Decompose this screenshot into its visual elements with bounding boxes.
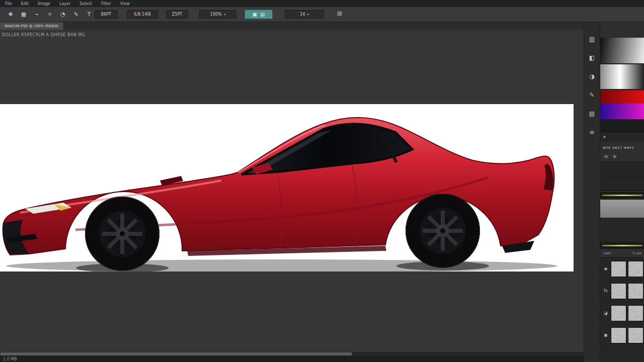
panel-tabs-label[interactable]: WPE ABST NMPS — [600, 144, 644, 150]
layer-mask-thumbnail[interactable] — [628, 327, 643, 343]
chevron-down-icon: ▾ — [224, 13, 226, 17]
layer-row[interactable]: ◪ — [600, 302, 644, 324]
panel-label-right: T1.6M — [632, 251, 641, 255]
status-bar: 1.0 MB — [0, 356, 584, 362]
type-tool[interactable]: T — [85, 10, 94, 19]
mode-toggle-icon-b: ▤ — [260, 12, 265, 17]
layer-row[interactable]: ◉ — [600, 258, 644, 280]
layers-panel: ◉ fx ◪ ▣ — [600, 257, 644, 362]
options-bar: ✥ ▦ ⌁ ⌗ ◔ ✎ T ≋ B6PT ILN 14I8 Z5PT 100% … — [0, 7, 644, 22]
layer-thumbnail[interactable] — [611, 327, 626, 343]
layer-row[interactable]: ▣ — [600, 324, 644, 346]
gradient-bar-row-1[interactable] — [600, 192, 644, 199]
crop-tool[interactable]: ⌗ — [45, 10, 54, 19]
document-breadcrumb: DOLLER RSPECPLM A QHRSE BAN MG — [2, 33, 86, 37]
car-image — [0, 104, 574, 272]
document-tab-label: RAWCAR.PSD @ 100% (RGB/8) — [5, 24, 59, 28]
document-size-status: 1.0 MB — [3, 357, 17, 361]
zoom-dropdown[interactable]: 100% ▾ — [199, 10, 236, 19]
menu-edit[interactable]: Edit — [21, 2, 29, 6]
lasso-tool[interactable]: ⌁ — [32, 10, 41, 19]
swatch-options-row[interactable]: ▪ — [600, 132, 644, 141]
clone-source-icon[interactable]: ▤ — [587, 109, 597, 119]
blend-mode-value: 14 — [300, 12, 305, 17]
rear-wheel — [406, 194, 480, 268]
menu-select[interactable]: Select — [79, 2, 92, 6]
layer-mask-icon[interactable]: ◪ — [602, 311, 609, 315]
horizontal-scrollbar[interactable] — [0, 352, 584, 356]
horizontal-scrollbar-thumb[interactable] — [0, 352, 352, 355]
swatch-row-dark[interactable] — [600, 119, 644, 132]
blend-mode-dropdown[interactable]: 14 ▾ — [285, 10, 324, 19]
gradient-bar-row-2[interactable] — [600, 242, 644, 249]
tool-strip: ✥ ▦ ⌁ ⌗ ◔ ✎ T ≋ — [6, 10, 107, 19]
panel-icon-row: ≡ ▾ — [600, 152, 644, 161]
gradient-swatch-purple[interactable] — [600, 104, 644, 119]
gray-preview-block[interactable] — [600, 199, 644, 218]
panel-block-row[interactable] — [600, 162, 644, 176]
gradient-preview-top[interactable] — [600, 38, 644, 64]
menu-file[interactable]: File — [5, 2, 12, 6]
layer-effects-icon[interactable]: fx — [602, 289, 609, 293]
document-canvas[interactable] — [0, 104, 574, 272]
marquee-tool[interactable]: ▦ — [19, 10, 28, 19]
size-field-value: B6PT — [101, 12, 111, 17]
gradient-preview-bottom[interactable] — [600, 64, 644, 89]
layer-mask-thumbnail[interactable] — [628, 305, 643, 321]
zoom-value: 100% — [210, 12, 222, 17]
yellow-gradient-line — [602, 245, 642, 246]
panel-blocks — [600, 162, 644, 191]
panel-block-row[interactable] — [600, 176, 644, 191]
points-field-value: Z5PT — [172, 12, 182, 17]
eyedropper-tool[interactable]: ◔ — [58, 10, 67, 19]
info-field-value: ILN 14I8 — [134, 12, 151, 17]
layer-visibility-icon[interactable]: ◉ — [602, 266, 609, 271]
document-tab-bar: RAWCAR.PSD @ 100% (RGB/8) — [0, 22, 584, 30]
menu-view[interactable]: View — [120, 2, 130, 6]
histogram-icon[interactable]: ▥ — [587, 34, 597, 44]
mode-toggle-icon-a: ▣ — [253, 12, 257, 17]
menu-image[interactable]: Image — [38, 2, 50, 6]
panel-label-left: 1MPF — [603, 251, 611, 255]
document-tab[interactable]: RAWCAR.PSD @ 100% (RGB/8) — [0, 22, 64, 30]
layer-group-icon[interactable]: ▣ — [602, 333, 609, 337]
list-view-icon[interactable]: ≡ — [603, 153, 609, 160]
properties-icon[interactable]: ≡ — [587, 127, 597, 137]
menu-bar: File Edit Image Layer Select Filter View — [0, 0, 644, 7]
mode-toggle-button[interactable]: ▣ ▤ — [245, 10, 273, 19]
front-wheel — [85, 197, 159, 271]
yellow-gradient-line — [602, 195, 642, 196]
chevron-down-icon[interactable]: ▾ — [611, 153, 618, 160]
menu-filter[interactable]: Filter — [101, 2, 111, 6]
info-field[interactable]: ILN 14I8 — [127, 10, 158, 19]
chevron-down-icon: ▾ — [307, 13, 309, 17]
color-swatch-red[interactable] — [600, 90, 644, 104]
swatch-options-icon: ▪ — [603, 135, 606, 139]
layer-thumbnail[interactable] — [611, 283, 626, 299]
panel-mid-rows[interactable] — [600, 219, 644, 242]
right-panel: ▪ WPE ABST NMPS ≡ ▾ 1MPF T1.6M ◉ fx ◪ — [600, 22, 644, 362]
layer-mask-thumbnail[interactable] — [628, 261, 643, 277]
panel-icon-strip: ▥ ◧ ◑ ✎ ▤ ≡ — [584, 22, 600, 362]
size-field[interactable]: B6PT — [95, 10, 118, 19]
adjustments-icon[interactable]: ◧ — [587, 53, 597, 63]
layer-mask-thumbnail[interactable] — [628, 283, 643, 299]
points-field[interactable]: Z5PT — [166, 10, 188, 19]
brush-tool[interactable]: ✎ — [71, 10, 80, 19]
info-icon[interactable]: ◑ — [587, 71, 597, 81]
move-tool[interactable]: ✥ — [6, 10, 15, 19]
panel-labels-row: 1MPF T1.6M — [600, 249, 644, 256]
brush-settings-icon[interactable]: ✎ — [587, 90, 597, 100]
layer-thumbnail[interactable] — [611, 305, 626, 321]
menu-layer[interactable]: Layer — [59, 2, 70, 6]
panel-options-icon[interactable]: ⊞ — [337, 10, 342, 17]
layer-row[interactable]: fx — [600, 280, 644, 302]
layer-thumbnail[interactable] — [611, 261, 626, 277]
